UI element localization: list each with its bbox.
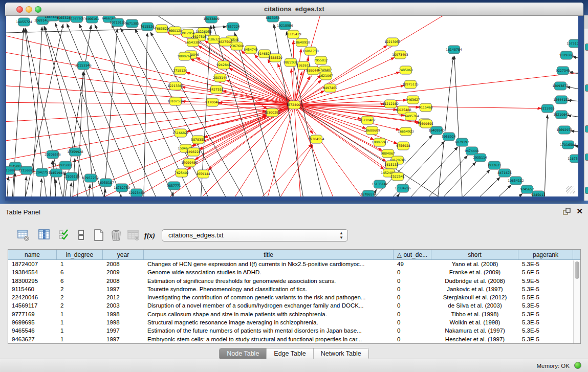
create-column-icon[interactable] [92, 229, 105, 242]
graph-node-label: 9975887 [58, 163, 73, 167]
graph-node-label: 12505135 [63, 174, 80, 178]
background-window-sliver [584, 15, 588, 201]
graph-node-label: 15166827 [172, 131, 189, 135]
citation-edge-black [69, 183, 71, 196]
citation-edge-red [197, 57, 294, 105]
table-cell: 5.3E-5 [518, 310, 573, 318]
graph-node-label: 15135141 [372, 182, 388, 186]
graph-node-label: 1588520 [268, 56, 282, 59]
network-view-window[interactable]: citations_edges.txt 14055724206914061884… [5, 3, 583, 201]
citation-edge-black [450, 177, 500, 196]
column-header-year[interactable]: year [103, 250, 144, 259]
float-panel-icon[interactable] [563, 208, 571, 215]
graph-node-label: 9671385 [125, 21, 139, 25]
table-cell: 9463627 [8, 335, 57, 343]
column-header-title[interactable]: title [144, 250, 394, 259]
table-cell: Nakamura et al. (1997) [431, 326, 518, 335]
table-row[interactable]: 946362711997Embryonic stem cells: a mode… [8, 335, 580, 343]
graph-node-label: 3915997 [6, 168, 16, 172]
table-header-row[interactable]: namein_degreeyeartitle△ out_de...shortpa… [8, 250, 580, 260]
table-cell: Genome-wide association studies in ADHD. [144, 268, 394, 276]
table-panel-title: Table Panel [6, 208, 40, 216]
tab-network-table[interactable]: Network Table [314, 348, 368, 359]
tab-edge-table[interactable]: Edge Table [267, 348, 313, 359]
graph-node-label: 10719155 [110, 20, 126, 24]
table-cell: 5.5E-5 [518, 293, 573, 301]
graph-node-label: 17957253 [82, 176, 99, 180]
graph-node-label: 16654923 [398, 129, 414, 133]
graph-node-label: 1621067 [319, 74, 333, 77]
close-panel-icon[interactable]: ✕ [576, 207, 583, 216]
table-row[interactable]: 1830029562008Estimation of significance … [8, 277, 580, 285]
graph-node-label: 15692971 [556, 128, 573, 132]
graph-node-label: 7857224 [226, 25, 240, 28]
table-cell: 2008 [103, 260, 144, 268]
graph-node-label: 16495764 [403, 114, 419, 118]
table-row[interactable]: 911546021997Tourette syndrome. Phenomeno… [8, 285, 580, 293]
table-cell: 5.6E-5 [518, 268, 573, 276]
graph-node-label: 12923468 [128, 191, 145, 194]
graph-node-label: 9827503 [192, 35, 207, 38]
memory-status-indicator[interactable] [574, 362, 581, 369]
table-cell: 1997 [103, 285, 144, 293]
citation-edge-red [294, 105, 313, 134]
graph-node-label: 18107550 [167, 99, 184, 103]
table-row[interactable]: 1456911722003Disruption of a novel membe… [8, 301, 580, 310]
table-cell: 9465546 [8, 326, 57, 335]
tab-node-table[interactable]: Node Table [220, 348, 267, 359]
table-cell: Disruption of a novel member of a sodium… [144, 301, 394, 310]
table-selector-combobox[interactable]: citations_edges.txt ▲▼ [162, 229, 348, 242]
select-all-columns-icon[interactable] [58, 229, 71, 242]
graph-node-label: 9245652 [520, 187, 534, 191]
window-titlebar[interactable]: citations_edges.txt [5, 3, 583, 16]
table-cell: 1997 [103, 326, 144, 335]
combobox-stepper-icon: ▲▼ [339, 231, 343, 240]
delete-columns-trash-icon[interactable] [110, 229, 123, 242]
graph-node-label: 16543382 [185, 40, 201, 44]
column-header-name[interactable]: name [8, 250, 57, 259]
table-row[interactable]: 969969511998Structural magnetic resonanc… [8, 318, 580, 326]
graph-node-label: 9227349 [556, 69, 570, 72]
citation-edge-black [24, 177, 26, 196]
graph-node-label: 9463627 [406, 98, 420, 101]
table-cell: 0 [394, 301, 431, 310]
rows-icon[interactable] [75, 229, 88, 242]
network-canvas[interactable]: 1405572420691406188463271065328711527602… [6, 16, 578, 196]
column-header-pagerank[interactable]: pagerank [518, 250, 573, 259]
citation-edge-red [294, 49, 301, 105]
vertical-scrollbar[interactable] [573, 260, 580, 343]
graph-node-label: 8454749 [244, 48, 258, 51]
citation-edge-red [266, 144, 313, 196]
scrollbar-thumb[interactable] [575, 261, 579, 279]
graph-node-label: 12156829 [18, 168, 35, 172]
show-columns-icon[interactable] [38, 229, 51, 242]
table-row[interactable]: 2242004622012Investigating the contribut… [8, 293, 580, 301]
table-cell: Dudbridge et al. (2008) [431, 277, 518, 285]
window-resize-grip[interactable] [566, 186, 575, 193]
column-header-out_de[interactable]: △ out_de... [394, 250, 431, 259]
table-mode-settings-icon[interactable] [17, 229, 30, 242]
graph-node-label: 1615132 [384, 163, 399, 166]
function-builder-icon[interactable]: f(x) [144, 231, 158, 244]
column-header-in_degree[interactable]: in_degree [57, 250, 103, 259]
table-row[interactable]: 946554611997Estimation of the future num… [8, 326, 580, 335]
table-row[interactable]: 1938455462009Genome-wide association stu… [8, 268, 580, 276]
table-cell: Wolkin et al. (1998) [431, 318, 518, 326]
table-cell: 0 [394, 310, 431, 318]
table-cell: 2012 [103, 293, 144, 301]
graph-node-label: 16958187 [98, 181, 114, 184]
citation-edge-black [6, 177, 8, 196]
graph-node-label: 9699695 [419, 122, 433, 125]
graph-node-label: 11527602 [69, 16, 85, 20]
table-cell: 5.3E-5 [518, 260, 573, 268]
delete-table-disabled-icon [127, 229, 140, 242]
column-header-short[interactable]: short [431, 250, 518, 259]
table-cell: 2 [57, 285, 103, 293]
citation-edge-black [466, 185, 511, 196]
table-row[interactable]: 1872400712008Changes of HCN gene express… [8, 260, 580, 268]
graph-node-label: 8215955 [540, 106, 555, 110]
citation-edge-red [294, 72, 400, 105]
node-table: namein_degreeyeartitle△ out_de...shortpa… [8, 249, 581, 344]
graph-node-label: 15751074 [567, 41, 578, 45]
table-row[interactable]: 977716911998Corpus callosum shape and si… [8, 310, 580, 318]
